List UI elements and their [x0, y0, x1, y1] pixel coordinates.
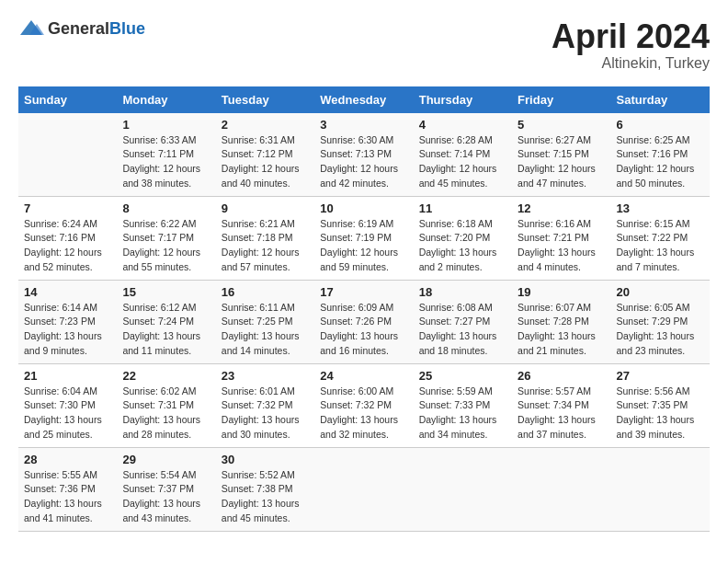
calendar-cell: 5Sunrise: 6:27 AM Sunset: 7:15 PM Daylig… — [512, 113, 610, 197]
calendar-cell: 24Sunrise: 6:00 AM Sunset: 7:32 PM Dayli… — [314, 363, 413, 447]
day-number: 23 — [222, 369, 309, 383]
calendar-cell: 20Sunrise: 6:05 AM Sunset: 7:29 PM Dayli… — [611, 280, 710, 363]
day-info: Sunrise: 5:59 AM Sunset: 7:33 PM Dayligh… — [419, 385, 506, 442]
calendar-cell — [314, 447, 413, 531]
header-day-friday: Friday — [512, 86, 610, 113]
day-number: 1 — [122, 118, 210, 132]
calendar-cell: 29Sunrise: 5:54 AM Sunset: 7:37 PM Dayli… — [117, 447, 215, 531]
day-number: 10 — [320, 201, 407, 215]
day-info: Sunrise: 6:12 AM Sunset: 7:24 PM Dayligh… — [122, 301, 210, 359]
day-info: Sunrise: 6:15 AM Sunset: 7:22 PM Dayligh… — [617, 217, 704, 275]
day-number: 14 — [24, 285, 111, 299]
subtitle: Altinekin, Turkey — [552, 55, 710, 72]
logo-general: General — [48, 19, 109, 38]
day-number: 2 — [222, 118, 309, 132]
day-number: 18 — [419, 285, 506, 299]
day-info: Sunrise: 5:57 AM Sunset: 7:34 PM Dayligh… — [518, 385, 605, 442]
calendar-cell: 28Sunrise: 5:55 AM Sunset: 7:36 PM Dayli… — [18, 447, 117, 531]
day-info: Sunrise: 6:21 AM Sunset: 7:18 PM Dayligh… — [222, 217, 309, 275]
day-info: Sunrise: 6:07 AM Sunset: 7:28 PM Dayligh… — [518, 301, 605, 359]
day-info: Sunrise: 6:01 AM Sunset: 7:32 PM Dayligh… — [222, 385, 309, 442]
day-number: 30 — [222, 453, 309, 466]
day-info: Sunrise: 6:27 AM Sunset: 7:15 PM Dayligh… — [518, 133, 605, 191]
calendar-cell: 3Sunrise: 6:30 AM Sunset: 7:13 PM Daylig… — [314, 113, 413, 197]
calendar-cell: 26Sunrise: 5:57 AM Sunset: 7:34 PM Dayli… — [512, 363, 610, 447]
day-number: 24 — [320, 369, 407, 383]
day-info: Sunrise: 6:30 AM Sunset: 7:13 PM Dayligh… — [320, 133, 407, 191]
day-number: 25 — [419, 369, 506, 383]
header-day-saturday: Saturday — [611, 86, 710, 113]
header-day-sunday: Sunday — [18, 86, 117, 113]
calendar-cell: 27Sunrise: 5:56 AM Sunset: 7:35 PM Dayli… — [611, 363, 710, 447]
calendar-cell: 21Sunrise: 6:04 AM Sunset: 7:30 PM Dayli… — [18, 363, 117, 447]
day-info: Sunrise: 6:25 AM Sunset: 7:16 PM Dayligh… — [617, 133, 704, 191]
calendar-week-3: 14Sunrise: 6:14 AM Sunset: 7:23 PM Dayli… — [18, 280, 710, 363]
calendar-cell: 12Sunrise: 6:16 AM Sunset: 7:21 PM Dayli… — [512, 196, 610, 280]
calendar-week-5: 28Sunrise: 5:55 AM Sunset: 7:36 PM Dayli… — [18, 447, 710, 531]
day-number: 8 — [122, 201, 210, 215]
day-info: Sunrise: 6:16 AM Sunset: 7:21 PM Dayligh… — [518, 217, 605, 275]
day-number: 12 — [518, 201, 605, 215]
day-info: Sunrise: 5:52 AM Sunset: 7:38 PM Dayligh… — [222, 468, 309, 526]
calendar-week-4: 21Sunrise: 6:04 AM Sunset: 7:30 PM Dayli… — [18, 363, 710, 447]
calendar-cell: 14Sunrise: 6:14 AM Sunset: 7:23 PM Dayli… — [18, 280, 117, 363]
calendar-cell: 1Sunrise: 6:33 AM Sunset: 7:11 PM Daylig… — [117, 113, 215, 197]
header-day-thursday: Thursday — [414, 86, 512, 113]
day-number: 20 — [617, 285, 704, 299]
day-number: 13 — [617, 201, 704, 215]
calendar-cell: 11Sunrise: 6:18 AM Sunset: 7:20 PM Dayli… — [414, 196, 512, 280]
page-header: GeneralBlue April 2024 Altinekin, Turkey — [18, 18, 710, 72]
day-info: Sunrise: 6:00 AM Sunset: 7:32 PM Dayligh… — [320, 385, 407, 442]
day-number: 17 — [320, 285, 407, 299]
calendar-cell: 30Sunrise: 5:52 AM Sunset: 7:38 PM Dayli… — [216, 447, 314, 531]
title-block: April 2024 Altinekin, Turkey — [552, 18, 710, 72]
calendar-cell: 8Sunrise: 6:22 AM Sunset: 7:17 PM Daylig… — [117, 196, 215, 280]
day-info: Sunrise: 6:31 AM Sunset: 7:12 PM Dayligh… — [222, 133, 309, 191]
calendar-header: SundayMondayTuesdayWednesdayThursdayFrid… — [18, 86, 710, 113]
calendar-week-2: 7Sunrise: 6:24 AM Sunset: 7:16 PM Daylig… — [18, 196, 710, 280]
day-info: Sunrise: 6:33 AM Sunset: 7:11 PM Dayligh… — [122, 133, 210, 191]
calendar-cell — [611, 447, 710, 531]
logo-blue: Blue — [109, 19, 145, 38]
calendar-cell: 25Sunrise: 5:59 AM Sunset: 7:33 PM Dayli… — [414, 363, 512, 447]
calendar-cell: 23Sunrise: 6:01 AM Sunset: 7:32 PM Dayli… — [216, 363, 314, 447]
header-day-wednesday: Wednesday — [314, 86, 413, 113]
day-info: Sunrise: 6:04 AM Sunset: 7:30 PM Dayligh… — [24, 385, 111, 442]
day-number: 3 — [320, 118, 407, 132]
day-number: 27 — [617, 369, 704, 383]
day-number: 11 — [419, 201, 506, 215]
calendar-cell: 16Sunrise: 6:11 AM Sunset: 7:25 PM Dayli… — [216, 280, 314, 363]
day-number: 5 — [518, 118, 605, 132]
calendar-cell: 22Sunrise: 6:02 AM Sunset: 7:31 PM Dayli… — [117, 363, 215, 447]
day-number: 19 — [518, 285, 605, 299]
calendar-body: 1Sunrise: 6:33 AM Sunset: 7:11 PM Daylig… — [18, 113, 710, 532]
day-info: Sunrise: 6:24 AM Sunset: 7:16 PM Dayligh… — [24, 217, 111, 275]
day-info: Sunrise: 6:18 AM Sunset: 7:20 PM Dayligh… — [419, 217, 506, 275]
day-number: 15 — [122, 285, 210, 299]
day-number: 22 — [122, 369, 210, 383]
day-info: Sunrise: 6:14 AM Sunset: 7:23 PM Dayligh… — [24, 301, 111, 359]
logo-icon — [18, 18, 44, 39]
day-info: Sunrise: 6:08 AM Sunset: 7:27 PM Dayligh… — [419, 301, 506, 359]
header-row: SundayMondayTuesdayWednesdayThursdayFrid… — [18, 86, 710, 113]
day-number: 16 — [222, 285, 309, 299]
calendar-cell: 7Sunrise: 6:24 AM Sunset: 7:16 PM Daylig… — [18, 196, 117, 280]
header-day-tuesday: Tuesday — [216, 86, 314, 113]
calendar-cell — [18, 113, 117, 197]
day-info: Sunrise: 5:56 AM Sunset: 7:35 PM Dayligh… — [617, 385, 704, 442]
day-number: 4 — [419, 118, 506, 132]
day-number: 21 — [24, 369, 111, 383]
logo: GeneralBlue — [18, 18, 145, 39]
day-number: 28 — [24, 453, 111, 466]
day-info: Sunrise: 6:09 AM Sunset: 7:26 PM Dayligh… — [320, 301, 407, 359]
day-number: 29 — [122, 453, 210, 466]
day-info: Sunrise: 5:55 AM Sunset: 7:36 PM Dayligh… — [24, 468, 111, 526]
calendar-cell: 2Sunrise: 6:31 AM Sunset: 7:12 PM Daylig… — [216, 113, 314, 197]
calendar-cell — [414, 447, 512, 531]
header-day-monday: Monday — [117, 86, 215, 113]
calendar-cell: 18Sunrise: 6:08 AM Sunset: 7:27 PM Dayli… — [414, 280, 512, 363]
day-number: 9 — [222, 201, 309, 215]
calendar-cell: 9Sunrise: 6:21 AM Sunset: 7:18 PM Daylig… — [216, 196, 314, 280]
calendar-cell: 19Sunrise: 6:07 AM Sunset: 7:28 PM Dayli… — [512, 280, 610, 363]
main-title: April 2024 — [552, 18, 710, 55]
